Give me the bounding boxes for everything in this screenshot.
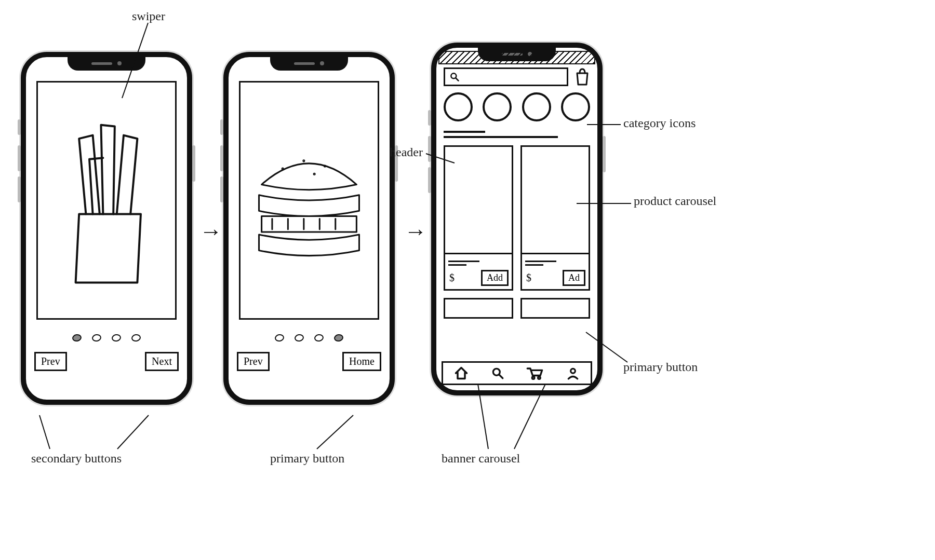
phone-onboarding-1: Prev Next (21, 52, 192, 405)
anno-swiper: swiper (132, 9, 165, 23)
bag-icon[interactable] (575, 68, 590, 86)
product-card[interactable]: $ Ad (520, 145, 590, 291)
price: $ (448, 271, 456, 285)
svg-line-10 (456, 78, 459, 81)
home-button[interactable]: Home (342, 352, 381, 371)
svg-point-14 (538, 377, 541, 379)
category-4[interactable] (561, 92, 590, 121)
product-carousel[interactable]: $ Add $ Ad (444, 145, 590, 291)
svg-point-13 (532, 377, 535, 379)
status-bar (438, 51, 595, 64)
cart-icon[interactable] (526, 365, 544, 381)
search-input[interactable] (444, 67, 568, 86)
banner-1[interactable] (444, 298, 513, 319)
dot-2[interactable] (91, 334, 102, 343)
anno-secondary-buttons: secondary buttons (31, 452, 122, 466)
search-icon (449, 72, 460, 82)
arrow-1-to-2: → (199, 218, 222, 244)
next-button[interactable]: Next (145, 352, 179, 371)
phone-onboarding-2: Prev Home (223, 52, 395, 405)
svg-point-7 (324, 166, 325, 167)
phone-home: $ Add $ Ad (431, 43, 603, 395)
swiper[interactable] (36, 81, 177, 320)
tab-bar (442, 361, 592, 385)
dot-4[interactable] (333, 334, 344, 343)
anno-header: header (390, 145, 423, 159)
swiper[interactable] (239, 81, 379, 320)
add-button[interactable]: Add (481, 270, 509, 286)
banner-2[interactable] (520, 298, 590, 319)
category-3[interactable] (522, 92, 551, 121)
svg-line-17 (39, 415, 50, 449)
category-1[interactable] (444, 92, 473, 121)
svg-point-8 (314, 173, 315, 174)
svg-line-19 (317, 415, 353, 449)
price: $ (525, 271, 532, 285)
category-icons (444, 92, 590, 121)
svg-point-15 (570, 368, 575, 373)
swiper-dots (33, 334, 180, 342)
dot-2[interactable] (294, 334, 304, 343)
svg-line-18 (117, 415, 149, 449)
dot-3[interactable] (111, 334, 122, 343)
account-icon[interactable] (566, 366, 580, 380)
section-header (444, 131, 590, 138)
product-card[interactable]: $ Add (444, 145, 513, 291)
anno-primary-button-onboarding: primary button (270, 452, 344, 466)
prev-button[interactable]: Prev (34, 352, 67, 371)
dot-1[interactable] (274, 334, 285, 343)
add-button[interactable]: Ad (563, 270, 585, 286)
anno-category-icons: category icons (623, 116, 696, 130)
svg-point-5 (282, 168, 283, 169)
svg-line-12 (499, 375, 503, 378)
category-2[interactable] (483, 92, 512, 121)
anno-product-carousel: product carousel (634, 194, 716, 208)
svg-point-6 (303, 160, 304, 161)
dot-4[interactable] (131, 334, 141, 343)
anno-primary-button-card: primary button (623, 360, 698, 374)
fries-icon (38, 83, 175, 318)
home-icon[interactable] (454, 366, 469, 380)
search-icon[interactable] (491, 366, 504, 380)
swiper-dots (236, 334, 382, 342)
dot-1[interactable] (72, 334, 82, 343)
anno-banner-carousel: banner carousel (442, 452, 520, 466)
arrow-2-to-3: → (404, 218, 427, 244)
burger-icon (241, 83, 378, 318)
prev-button[interactable]: Prev (237, 352, 270, 371)
dot-3[interactable] (314, 334, 324, 343)
banner-carousel[interactable] (444, 298, 590, 319)
